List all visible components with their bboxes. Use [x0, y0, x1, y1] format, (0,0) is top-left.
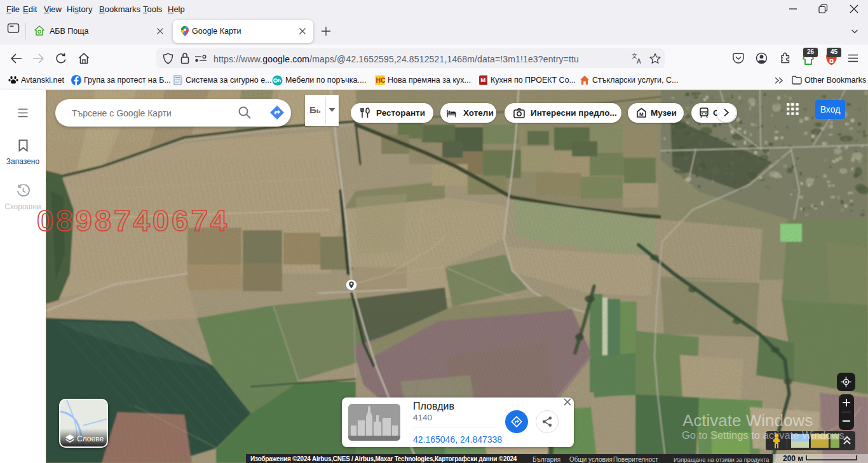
svg-text:0898740674: 0898740674	[37, 204, 229, 237]
svg-text:A: A	[637, 58, 641, 65]
svg-text:M: M	[639, 111, 644, 117]
svg-text:M: M	[480, 76, 485, 83]
svg-text:НС: НС	[376, 76, 386, 84]
